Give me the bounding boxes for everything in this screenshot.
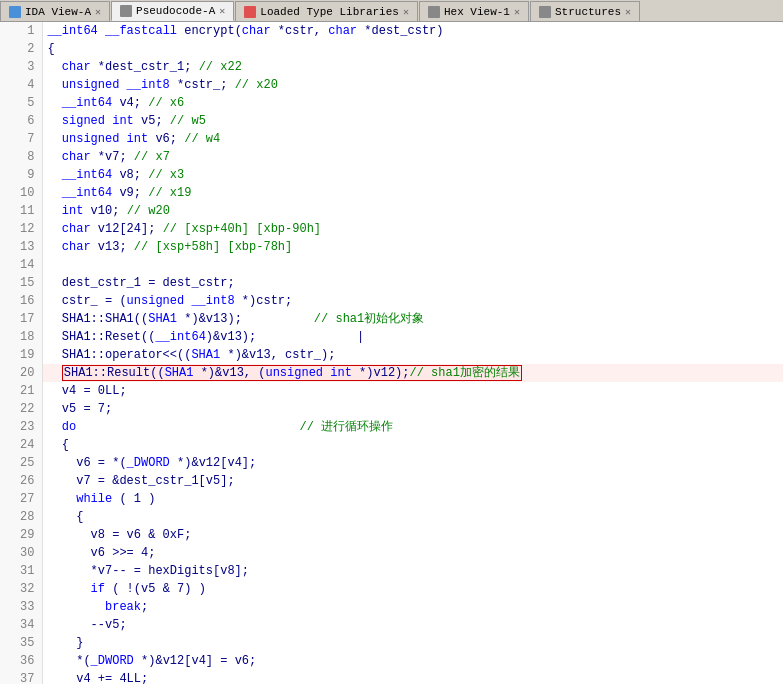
tab-close-pseudo[interactable]: ✕ xyxy=(219,5,225,17)
code-table: 1 __int64 __fastcall encrypt(char *cstr,… xyxy=(0,22,783,684)
line-code-29[interactable]: v8 = v6 & 0xF; xyxy=(43,526,783,544)
table-row: 30 v6 >>= 4; xyxy=(0,544,783,562)
line-num-11: 11 xyxy=(0,202,43,220)
line-code-1[interactable]: __int64 __fastcall encrypt(char *cstr, c… xyxy=(43,22,783,40)
code-area[interactable]: 1 __int64 __fastcall encrypt(char *cstr,… xyxy=(0,22,783,684)
line-code-16[interactable]: cstr_ = (unsigned __int8 *)cstr; xyxy=(43,292,783,310)
table-row: 32 if ( !(v5 & 7) ) xyxy=(0,580,783,598)
line-code-6[interactable]: signed int v5; // w5 xyxy=(43,112,783,130)
tab-icon-loaded xyxy=(244,6,256,18)
line-code-14[interactable] xyxy=(43,256,783,274)
tab-loaded-libs[interactable]: Loaded Type Libraries ✕ xyxy=(235,1,418,21)
tab-close-hex[interactable]: ✕ xyxy=(514,6,520,18)
line-code-32[interactable]: if ( !(v5 & 7) ) xyxy=(43,580,783,598)
tab-bar: IDA View-A ✕ Pseudocode-A ✕ Loaded Type … xyxy=(0,0,783,22)
table-row: 25 v6 = *(_DWORD *)&v12[v4]; xyxy=(0,454,783,472)
line-code-27[interactable]: while ( 1 ) xyxy=(43,490,783,508)
line-code-33[interactable]: break; xyxy=(43,598,783,616)
line-code-18[interactable]: SHA1::Reset((__int64)&v13); | xyxy=(43,328,783,346)
tab-icon-hex xyxy=(428,6,440,18)
tab-label-ida: IDA View-A xyxy=(25,6,91,18)
line-num-5: 5 xyxy=(0,94,43,112)
line-code-31[interactable]: *v7-- = hexDigits[v8]; xyxy=(43,562,783,580)
tab-hex-view[interactable]: Hex View-1 ✕ xyxy=(419,1,529,21)
line-code-8[interactable]: char *v7; // x7 xyxy=(43,148,783,166)
line-num-13: 13 xyxy=(0,238,43,256)
table-row: 20 SHA1::Result((SHA1 *)&v13, (unsigned … xyxy=(0,364,783,382)
line-num-1: 1 xyxy=(0,22,43,40)
line-num-2: 2 xyxy=(0,40,43,58)
tab-label-pseudo: Pseudocode-A xyxy=(136,5,215,17)
line-code-37[interactable]: v4 += 4LL; xyxy=(43,670,783,684)
line-code-36[interactable]: *(_DWORD *)&v12[v4] = v6; xyxy=(43,652,783,670)
tab-pseudocode[interactable]: Pseudocode-A ✕ xyxy=(111,1,234,21)
table-row: 19 SHA1::operator<<((SHA1 *)&v13, cstr_)… xyxy=(0,346,783,364)
line-code-24[interactable]: { xyxy=(43,436,783,454)
line-code-11[interactable]: int v10; // w20 xyxy=(43,202,783,220)
table-row: 33 break; xyxy=(0,598,783,616)
tab-icon-ida xyxy=(9,6,21,18)
line-code-25[interactable]: v6 = *(_DWORD *)&v12[v4]; xyxy=(43,454,783,472)
line-num-20: 20 xyxy=(0,364,43,382)
table-row: 1 __int64 __fastcall encrypt(char *cstr,… xyxy=(0,22,783,40)
line-code-15[interactable]: dest_cstr_1 = dest_cstr; xyxy=(43,274,783,292)
table-row: 34 --v5; xyxy=(0,616,783,634)
line-code-12[interactable]: char v12[24]; // [xsp+40h] [xbp-90h] xyxy=(43,220,783,238)
line-code-20[interactable]: SHA1::Result((SHA1 *)&v13, (unsigned int… xyxy=(43,364,783,382)
line-num-17: 17 xyxy=(0,310,43,328)
line-code-28[interactable]: { xyxy=(43,508,783,526)
line-code-17[interactable]: SHA1::SHA1((SHA1 *)&v13); // sha1初始化对象 xyxy=(43,310,783,328)
line-code-3[interactable]: char *dest_cstr_1; // x22 xyxy=(43,58,783,76)
line-code-5[interactable]: __int64 v4; // x6 xyxy=(43,94,783,112)
table-row: 6 signed int v5; // w5 xyxy=(0,112,783,130)
table-row: 21 v4 = 0LL; xyxy=(0,382,783,400)
table-row: 3 char *dest_cstr_1; // x22 xyxy=(0,58,783,76)
table-row: 9 __int64 v8; // x3 xyxy=(0,166,783,184)
tab-close-ida[interactable]: ✕ xyxy=(95,6,101,18)
table-row: 23 do // 进行循环操作 xyxy=(0,418,783,436)
table-row: 8 char *v7; // x7 xyxy=(0,148,783,166)
line-num-19: 19 xyxy=(0,346,43,364)
line-num-6: 6 xyxy=(0,112,43,130)
table-row: 11 int v10; // w20 xyxy=(0,202,783,220)
table-row: 4 unsigned __int8 *cstr_; // x20 xyxy=(0,76,783,94)
line-code-10[interactable]: __int64 v9; // x19 xyxy=(43,184,783,202)
table-row: 31 *v7-- = hexDigits[v8]; xyxy=(0,562,783,580)
line-code-35[interactable]: } xyxy=(43,634,783,652)
line-code-13[interactable]: char v13; // [xsp+58h] [xbp-78h] xyxy=(43,238,783,256)
line-num-29: 29 xyxy=(0,526,43,544)
tab-label-struct: Structures xyxy=(555,6,621,18)
line-num-30: 30 xyxy=(0,544,43,562)
tab-label-hex: Hex View-1 xyxy=(444,6,510,18)
line-num-15: 15 xyxy=(0,274,43,292)
tab-label-loaded: Loaded Type Libraries xyxy=(260,6,399,18)
tab-close-loaded[interactable]: ✕ xyxy=(403,6,409,18)
line-num-31: 31 xyxy=(0,562,43,580)
line-num-37: 37 xyxy=(0,670,43,684)
table-row: 26 v7 = &dest_cstr_1[v5]; xyxy=(0,472,783,490)
line-num-16: 16 xyxy=(0,292,43,310)
table-row: 29 v8 = v6 & 0xF; xyxy=(0,526,783,544)
table-row: 36 *(_DWORD *)&v12[v4] = v6; xyxy=(0,652,783,670)
line-code-19[interactable]: SHA1::operator<<((SHA1 *)&v13, cstr_); xyxy=(43,346,783,364)
line-num-10: 10 xyxy=(0,184,43,202)
line-num-35: 35 xyxy=(0,634,43,652)
tab-structures[interactable]: Structures ✕ xyxy=(530,1,640,21)
tab-ida-view[interactable]: IDA View-A ✕ xyxy=(0,1,110,21)
line-num-32: 32 xyxy=(0,580,43,598)
line-code-7[interactable]: unsigned int v6; // w4 xyxy=(43,130,783,148)
line-code-4[interactable]: unsigned __int8 *cstr_; // x20 xyxy=(43,76,783,94)
line-num-7: 7 xyxy=(0,130,43,148)
line-code-2[interactable]: { xyxy=(43,40,783,58)
line-num-27: 27 xyxy=(0,490,43,508)
line-code-9[interactable]: __int64 v8; // x3 xyxy=(43,166,783,184)
line-code-23[interactable]: do // 进行循环操作 xyxy=(43,418,783,436)
line-code-21[interactable]: v4 = 0LL; xyxy=(43,382,783,400)
table-row: 16 cstr_ = (unsigned __int8 *)cstr; xyxy=(0,292,783,310)
tab-close-struct[interactable]: ✕ xyxy=(625,6,631,18)
line-code-26[interactable]: v7 = &dest_cstr_1[v5]; xyxy=(43,472,783,490)
line-code-22[interactable]: v5 = 7; xyxy=(43,400,783,418)
line-num-21: 21 xyxy=(0,382,43,400)
line-code-34[interactable]: --v5; xyxy=(43,616,783,634)
line-code-30[interactable]: v6 >>= 4; xyxy=(43,544,783,562)
